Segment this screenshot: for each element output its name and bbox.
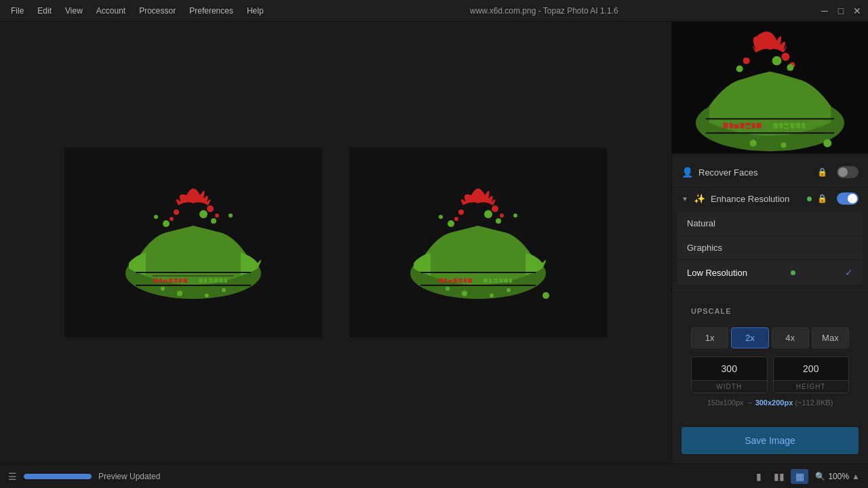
svg-rect-57 xyxy=(420,272,536,273)
svg-rect-50 xyxy=(484,279,488,283)
menu-edit[interactable]: Edit xyxy=(32,3,57,18)
svg-rect-87 xyxy=(795,123,800,128)
svg-point-2 xyxy=(211,218,216,224)
enhance-resolution-section: ▼ ✨ Enhance Resolution 🔒 Natural Graphic… xyxy=(672,186,868,291)
svg-rect-54 xyxy=(499,279,502,283)
dimension-row: 300 WIDTH 200 HEIGHT xyxy=(691,357,849,393)
close-button[interactable]: ✕ xyxy=(852,5,863,16)
titlebar-title: www.x6d.com.png - Topaz Photo AI 1.1.6 xyxy=(269,6,819,16)
recover-faces-toggle[interactable] xyxy=(837,166,859,178)
svg-rect-17 xyxy=(179,279,182,283)
panel-content: 👤 Recover Faces 🔒 ▼ ✨ Enhance Resolution… xyxy=(672,154,868,422)
titlebar-menu: File Edit View Account Processor Prefere… xyxy=(5,3,269,18)
enhance-resolution-toggle[interactable] xyxy=(837,192,859,205)
menu-preferences[interactable]: Preferences xyxy=(184,3,239,18)
height-field[interactable]: 200 HEIGHT xyxy=(773,357,850,393)
svg-point-3 xyxy=(154,215,158,219)
option-low-resolution-label: Low Resolution xyxy=(687,268,747,278)
main-content: 👤 Recover Faces 🔒 ▼ ✨ Enhance Resolution… xyxy=(0,22,868,464)
svg-point-30 xyxy=(161,287,165,291)
dimension-from: 150x100px → xyxy=(707,399,755,407)
svg-rect-42 xyxy=(439,279,443,283)
svg-rect-52 xyxy=(494,279,498,281)
minimize-button[interactable]: ─ xyxy=(819,5,830,16)
svg-rect-46 xyxy=(458,279,462,281)
menu-processor[interactable]: Processor xyxy=(134,3,181,18)
height-value: 200 xyxy=(774,357,849,380)
svg-point-5 xyxy=(199,210,208,218)
svg-rect-88 xyxy=(802,123,805,128)
svg-rect-48 xyxy=(464,279,467,283)
maximize-button[interactable]: □ xyxy=(835,5,846,16)
lock-icon: 🔒 xyxy=(817,167,827,177)
recover-faces-row: 👤 Recover Faces 🔒 xyxy=(672,159,868,186)
svg-rect-86 xyxy=(790,123,794,128)
dimension-to: 300x200px xyxy=(755,399,793,407)
bottom-bar: ☰ Preview Updated ▮ ▮▮ ▦ 🔍 100% ▲ xyxy=(0,464,868,488)
enhance-icon: ✨ xyxy=(694,193,705,204)
option-natural[interactable]: Natural xyxy=(677,211,863,236)
zoom-up-arrow[interactable]: ▲ xyxy=(852,472,860,481)
svg-rect-49 xyxy=(468,279,472,283)
upscale-1x-button[interactable]: 1x xyxy=(691,327,728,348)
dimension-size: (~112.8KB) xyxy=(793,399,833,407)
upscale-section: UPSCALE 1x 2x 4x Max 300 WIDTH xyxy=(672,291,868,420)
svg-rect-13 xyxy=(163,280,167,283)
view-split-button[interactable]: ▮▮ xyxy=(770,469,788,484)
view-single-button[interactable]: ▮ xyxy=(750,469,768,484)
menu-view[interactable]: View xyxy=(60,3,88,18)
svg-rect-23 xyxy=(214,279,218,283)
svg-rect-82 xyxy=(773,123,778,128)
svg-point-7 xyxy=(207,205,214,212)
svg-rect-56 xyxy=(509,279,512,283)
svg-rect-27 xyxy=(136,285,251,286)
menu-file[interactable]: File xyxy=(5,3,29,18)
svg-point-9 xyxy=(170,217,174,221)
svg-rect-43 xyxy=(444,279,447,283)
svg-rect-55 xyxy=(504,279,508,283)
enhance-resolution-label: Enhance Resolution xyxy=(711,194,802,204)
image-right xyxy=(349,148,607,338)
svg-rect-80 xyxy=(752,123,755,128)
width-field[interactable]: 300 WIDTH xyxy=(691,357,768,393)
upscale-2x-button[interactable]: 2x xyxy=(731,327,768,348)
option-check-icon: ✓ xyxy=(845,267,853,278)
svg-rect-21 xyxy=(209,279,213,281)
titlebar: File Edit View Account Processor Prefere… xyxy=(0,0,868,22)
svg-rect-11 xyxy=(154,279,158,283)
upscale-title: UPSCALE xyxy=(682,299,859,315)
svg-rect-74 xyxy=(724,123,728,128)
svg-point-71 xyxy=(772,56,781,66)
svg-point-39 xyxy=(492,205,498,212)
preview-thumbnail xyxy=(672,22,868,154)
progress-bar-fill xyxy=(24,474,92,479)
enhance-resolution-header[interactable]: ▼ ✨ Enhance Resolution 🔒 xyxy=(672,186,868,211)
svg-rect-84 xyxy=(784,123,789,125)
svg-rect-72 xyxy=(706,118,834,119)
dimension-info: 150x100px → 300x200px (~112.8KB) xyxy=(691,399,849,407)
zoom-icon: 🔍 xyxy=(815,472,825,481)
option-graphics[interactable]: Graphics xyxy=(677,236,863,260)
svg-point-40 xyxy=(500,214,504,218)
zoom-percent: 100% xyxy=(828,472,849,481)
progress-bar xyxy=(24,474,92,479)
svg-rect-76 xyxy=(734,124,739,128)
view-grid-button[interactable]: ▦ xyxy=(791,469,808,484)
menu-account[interactable]: Account xyxy=(91,3,131,18)
menu-help[interactable]: Help xyxy=(241,3,269,18)
recover-faces-label: Recover Faces xyxy=(698,167,812,178)
upscale-4x-button[interactable]: 4x xyxy=(772,327,809,348)
titlebar-controls: ─ □ ✕ xyxy=(819,5,863,16)
svg-point-70 xyxy=(787,64,793,71)
svg-rect-18 xyxy=(183,279,187,283)
option-low-resolution[interactable]: Low Resolution ✓ xyxy=(677,260,863,285)
svg-rect-12 xyxy=(159,279,162,283)
upscale-max-button[interactable]: Max xyxy=(812,327,849,348)
svg-point-60 xyxy=(490,293,494,298)
svg-point-4 xyxy=(229,214,233,218)
svg-rect-15 xyxy=(174,279,178,281)
option-natural-label: Natural xyxy=(687,218,715,228)
svg-rect-75 xyxy=(730,123,733,128)
svg-rect-16 xyxy=(174,281,178,283)
save-image-button[interactable]: Save Image xyxy=(682,427,859,454)
